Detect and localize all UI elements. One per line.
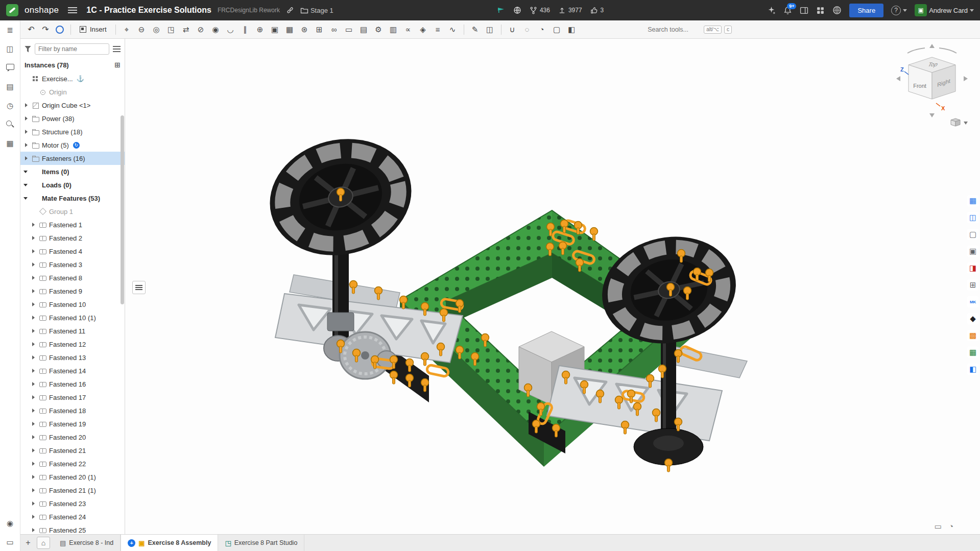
list-options-icon[interactable] <box>113 46 121 52</box>
rack-relation-icon[interactable]: ≡ <box>431 23 445 36</box>
ai-assistant-icon[interactable] <box>767 6 776 15</box>
tab-insert-badge-icon[interactable]: + <box>128 539 135 547</box>
expand-chevron-icon[interactable] <box>31 209 36 214</box>
expand-chevron-icon[interactable] <box>31 381 36 387</box>
cylindrical-mate-icon[interactable]: ⊖ <box>135 23 149 36</box>
app-panel-icon-8[interactable]: ◆ <box>967 313 978 324</box>
gear-relation-icon[interactable]: ⚙ <box>372 23 386 36</box>
panels-layout-icon[interactable] <box>800 6 808 15</box>
group-icon[interactable]: ▣ <box>268 23 282 36</box>
tangent-mate-icon[interactable]: ◡ <box>224 23 237 36</box>
project-folder[interactable]: Stage 1 <box>300 6 333 14</box>
drawing-icon[interactable]: ✎ <box>468 23 482 36</box>
tree-item[interactable]: Fastened 25 <box>20 523 125 534</box>
tree-item-origin-cube[interactable]: Origin Cube <1> <box>20 99 125 112</box>
linear-pattern-icon[interactable]: ▦ <box>283 23 297 36</box>
follow-mode-icon[interactable]: ◉ <box>5 519 15 528</box>
expand-chevron-icon[interactable] <box>31 501 36 507</box>
app-panel-icon-9[interactable]: ▩ <box>967 330 978 341</box>
tree-item[interactable]: Fastened 20 (1) <box>20 470 125 484</box>
tree-item[interactable]: Fastened 22 <box>20 457 125 470</box>
tree-item[interactable]: Fastened 4 <box>20 245 125 258</box>
expand-chevron-icon[interactable] <box>23 116 29 122</box>
tree-item-group-1[interactable]: Group 1 <box>20 205 125 218</box>
feature-list-toggle-button[interactable] <box>132 281 146 294</box>
expand-chevron-icon[interactable] <box>31 235 36 241</box>
filter-icon[interactable] <box>25 46 31 53</box>
replicate-icon[interactable]: ⊞ <box>313 23 326 36</box>
expand-chevron-icon[interactable] <box>31 435 36 440</box>
expand-chevron-icon[interactable] <box>31 461 36 467</box>
filter-input[interactable] <box>35 43 109 55</box>
share-button[interactable]: Share <box>849 4 883 17</box>
insert-button[interactable]: Insert <box>75 23 111 36</box>
tree-item[interactable]: Fastened 13 <box>20 351 125 364</box>
tree-item[interactable]: Fastened 2 <box>20 231 125 245</box>
create-folder-icon[interactable]: ⊞ <box>114 61 121 69</box>
classroom-icon[interactable] <box>497 6 505 14</box>
tree-item[interactable]: Fastened 10 <box>20 298 125 311</box>
tab-exercise-8-ind[interactable]: ▤ Exercise 8 - Ind <box>53 535 121 551</box>
tree-item[interactable]: Fastened 8 <box>20 271 125 284</box>
tree-item[interactable]: Fastened 20 <box>20 430 125 444</box>
app-panel-icon-11[interactable]: ◧ <box>967 364 978 375</box>
app-panel-icon-2[interactable]: ◫ <box>967 212 978 223</box>
search-tools-input[interactable] <box>648 24 701 35</box>
expand-chevron-icon[interactable] <box>31 514 36 520</box>
fork-stat[interactable]: 436 <box>530 7 550 14</box>
toolbar-divider[interactable] <box>464 25 464 35</box>
section-view-icon[interactable]: ◧ <box>565 23 579 36</box>
app-panel-icon-1[interactable]: ▦ <box>967 195 978 206</box>
document-title[interactable]: 1C - Practice Exercise Solutions <box>86 6 211 15</box>
link-icon[interactable] <box>286 6 294 14</box>
mate-icon[interactable]: ⌖ <box>120 23 134 36</box>
app-panel-icon-6[interactable]: ⊞ <box>967 279 978 291</box>
expand-chevron-icon[interactable] <box>31 342 36 347</box>
expand-chevron-icon[interactable] <box>31 408 36 414</box>
tree-item[interactable]: Fastened 19 <box>20 417 125 430</box>
tree-item[interactable]: Fastened 18 <box>20 404 125 417</box>
help-menu[interactable]: ? <box>891 6 907 15</box>
expand-chevron-icon[interactable] <box>31 448 36 453</box>
tree-item[interactable]: Fastened 11 <box>20 324 125 338</box>
expand-chevron-icon[interactable] <box>31 275 36 281</box>
onshape-logo-icon[interactable] <box>6 4 18 16</box>
panel-scrollbar[interactable] <box>121 115 124 304</box>
mate-relation-icon[interactable]: ∞ <box>327 23 341 36</box>
expand-chevron-icon[interactable] <box>23 182 29 188</box>
main-menu-icon[interactable] <box>68 7 77 13</box>
expand-chevron-icon[interactable] <box>23 142 29 148</box>
user-menu[interactable]: ▣ Andrew Card <box>915 4 974 16</box>
versions-panel-icon[interactable]: ◷ <box>5 101 15 110</box>
circular-pattern-icon[interactable]: ⊛ <box>298 23 312 36</box>
redo-button[interactable]: ↷ <box>39 23 52 36</box>
tree-item[interactable]: Fastened 17 <box>20 391 125 404</box>
view-menu-cube-icon[interactable] <box>951 118 968 126</box>
wireframe-icon[interactable]: ▢ <box>550 23 564 36</box>
tree-item[interactable]: Fastened 24 <box>20 510 125 523</box>
configurations-icon[interactable]: ◈ <box>416 23 430 36</box>
update-available-icon[interactable] <box>73 142 80 149</box>
tree-item[interactable]: Fastened 21 (1) <box>20 484 125 497</box>
expand-chevron-icon[interactable] <box>31 89 36 95</box>
tree-item[interactable]: Fastened 21 <box>20 444 125 457</box>
public-icon[interactable] <box>513 6 521 14</box>
expand-chevron-icon[interactable] <box>31 222 36 228</box>
comments-panel-icon[interactable] <box>5 63 15 73</box>
undo-button[interactable]: ↶ <box>25 23 38 36</box>
expand-chevron-icon[interactable] <box>31 528 36 533</box>
revolute-mate-icon[interactable]: ◎ <box>150 23 163 36</box>
planar-mate-icon[interactable]: ◳ <box>164 23 178 36</box>
view-rotate-icon[interactable] <box>53 23 66 36</box>
expand-chevron-icon[interactable] <box>23 196 29 201</box>
expand-chevron-icon[interactable] <box>23 169 29 175</box>
tree-item-power[interactable]: Power (38) <box>20 112 125 125</box>
tree-item-fasteners[interactable]: Fasteners (16) <box>20 152 125 165</box>
app-panel-icon-10[interactable]: ▦ <box>967 347 978 358</box>
parallel-mate-icon[interactable]: ∥ <box>238 23 252 36</box>
performance-icon[interactable]: ◔ <box>949 522 953 531</box>
configurations-panel-icon[interactable]: ◫ <box>5 44 15 54</box>
app-panel-icon-3[interactable]: ▢ <box>967 229 978 240</box>
expand-chevron-icon[interactable] <box>31 395 36 400</box>
hide-icon[interactable]: ◌ <box>520 23 534 36</box>
